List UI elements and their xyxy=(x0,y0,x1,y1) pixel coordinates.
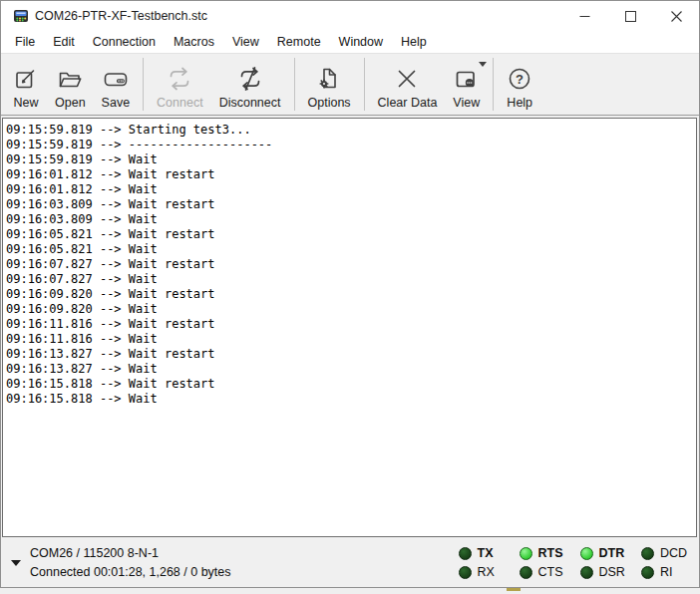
led-cts: CTS xyxy=(520,565,564,579)
app-icon xyxy=(13,8,29,24)
desktop-strip xyxy=(0,588,700,594)
log-line: 09:16:09.820 --> Wait restart xyxy=(6,287,696,302)
toolbar: New Open xyxy=(1,54,699,116)
new-document-icon xyxy=(13,64,39,94)
toolbar-separator xyxy=(294,58,295,111)
minimize-icon xyxy=(579,11,590,22)
status-bar: COM26 / 115200 8-N-1 Connected 00:01:28,… xyxy=(1,538,699,587)
log-line: 09:16:15.818 --> Wait xyxy=(6,392,696,407)
log-area[interactable]: 09:15:59.819 --> Starting test3...09:15:… xyxy=(2,118,697,537)
status-left: COM26 / 115200 8-N-1 Connected 00:01:28,… xyxy=(7,544,231,582)
close-button[interactable] xyxy=(653,1,699,31)
led-dcd: DCD xyxy=(641,546,687,560)
log-line: 09:16:03.809 --> Wait restart xyxy=(6,197,696,212)
led-dot-tx xyxy=(459,547,472,560)
open-folder-icon xyxy=(57,64,84,94)
options-button[interactable]: Options xyxy=(300,54,359,115)
toolbar-button-label: Options xyxy=(308,96,351,110)
toolbar-button-label: Connect xyxy=(157,96,203,110)
view-dropdown-icon xyxy=(479,62,487,67)
open-button[interactable]: Open xyxy=(47,54,94,115)
toolbar-button-label: Clear Data xyxy=(378,96,438,110)
save-drive-icon xyxy=(102,64,130,94)
led-rx: RX xyxy=(459,565,504,579)
led-ri: RI xyxy=(641,565,687,579)
close-icon xyxy=(671,11,682,22)
disconnect-button[interactable]: Disconnect xyxy=(211,54,289,115)
led-dot-dtr xyxy=(580,547,593,560)
log-line: 09:16:01.812 --> Wait xyxy=(6,182,696,197)
menu-view[interactable]: View xyxy=(223,33,268,51)
window-controls xyxy=(561,1,699,31)
new-button[interactable]: New xyxy=(5,54,47,115)
led-label: RX xyxy=(478,565,504,579)
log-line: 09:16:13.827 --> Wait xyxy=(6,362,696,377)
options-gear-icon xyxy=(316,64,342,94)
log-line: 09:16:15.818 --> Wait restart xyxy=(6,377,696,392)
view-button[interactable]: View xyxy=(445,54,488,115)
led-dot-cts xyxy=(520,566,532,579)
led-tx: TX xyxy=(459,546,504,560)
title-bar: COM26-PTR-XF-Testbench.stc xyxy=(1,1,699,31)
menu-file[interactable]: File xyxy=(6,33,44,51)
menu-help[interactable]: Help xyxy=(392,33,436,51)
led-label: RTS xyxy=(538,546,564,560)
log-line: 09:15:59.819 --> Starting test3... xyxy=(6,123,696,138)
screen: COM26-PTR-XF-Testbench.stc File Edit Con… xyxy=(0,0,700,594)
log-line: 09:16:13.827 --> Wait restart xyxy=(6,347,696,362)
log-line: 09:15:59.819 --> Wait xyxy=(6,152,696,167)
led-grid: TXRXRTSCTSDTRDSRDCDRI xyxy=(459,544,688,582)
log-line: 09:16:07.827 --> Wait xyxy=(6,272,696,287)
connect-button[interactable]: Connect xyxy=(149,54,211,115)
led-label: RI xyxy=(660,565,686,579)
led-dot-dcd xyxy=(641,547,654,560)
log-line: 09:16:07.827 --> Wait restart xyxy=(6,257,696,272)
toolbar-separator xyxy=(493,58,494,111)
led-label: DSR xyxy=(599,565,625,579)
status-connection-info: Connected 00:01:28, 1,268 / 0 bytes xyxy=(30,563,231,582)
menu-bar: File Edit Connection Macros View Remote … xyxy=(1,31,699,54)
maximize-button[interactable] xyxy=(607,1,653,31)
led-dot-ri xyxy=(641,566,654,579)
menu-window[interactable]: Window xyxy=(330,33,392,51)
log-line: 09:16:05.821 --> Wait xyxy=(6,242,696,257)
menu-connection[interactable]: Connection xyxy=(84,33,165,51)
connect-arrows-icon xyxy=(166,64,193,94)
log-line: 09:16:11.816 --> Wait xyxy=(6,332,696,347)
menu-remote[interactable]: Remote xyxy=(268,33,330,51)
status-text: COM26 / 115200 8-N-1 Connected 00:01:28,… xyxy=(30,544,231,582)
toolbar-button-label: Help xyxy=(507,96,532,110)
port-dropdown-icon[interactable] xyxy=(11,560,21,566)
toolbar-button-label: Save xyxy=(102,96,131,110)
clear-data-button[interactable]: Clear Data xyxy=(370,54,446,115)
menu-macros[interactable]: Macros xyxy=(165,33,223,51)
led-dsr: DSR xyxy=(580,565,625,579)
led-dot-dsr xyxy=(580,566,593,579)
help-button[interactable]: ? Help xyxy=(499,54,540,115)
led-label: CTS xyxy=(538,565,564,579)
app-window: COM26-PTR-XF-Testbench.stc File Edit Con… xyxy=(0,0,700,588)
window-title: COM26-PTR-XF-Testbench.stc xyxy=(35,9,207,23)
maximize-icon xyxy=(625,11,636,22)
led-rts: RTS xyxy=(520,546,564,560)
led-label: DCD xyxy=(660,546,687,560)
led-dot-rx xyxy=(459,566,472,579)
minimize-button[interactable] xyxy=(561,1,607,31)
log-line: 09:16:01.812 --> Wait restart xyxy=(6,167,696,182)
toolbar-button-label: Disconnect xyxy=(219,96,281,110)
toolbar-separator xyxy=(364,58,365,111)
led-dtr: DTR xyxy=(580,546,625,560)
status-port-info: COM26 / 115200 8-N-1 xyxy=(30,544,231,563)
log-line: 09:16:09.820 --> Wait xyxy=(6,302,696,317)
toolbar-separator xyxy=(143,58,144,111)
led-dot-rts xyxy=(520,547,532,560)
clear-x-icon xyxy=(394,64,420,94)
view-window-icon xyxy=(454,64,480,94)
led-label: TX xyxy=(478,546,504,560)
log-line: 09:16:11.816 --> Wait restart xyxy=(6,317,696,332)
help-question-icon: ? xyxy=(507,64,532,94)
log-line: 09:15:59.819 --> -------------------- xyxy=(6,138,696,152)
menu-edit[interactable]: Edit xyxy=(44,33,84,51)
save-button[interactable]: Save xyxy=(94,54,139,115)
toolbar-button-label: New xyxy=(13,96,38,110)
